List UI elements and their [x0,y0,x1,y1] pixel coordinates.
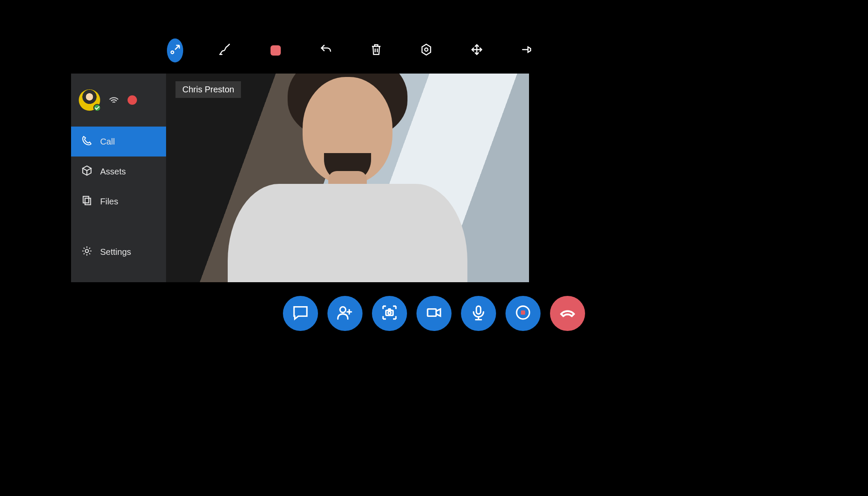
undo-button[interactable] [318,38,334,62]
svg-point-5 [85,249,89,253]
svg-rect-3 [83,196,89,203]
recording-indicator-icon [128,95,137,105]
collapse-button[interactable] [167,38,183,62]
pin-icon [520,43,533,58]
add-participant-button[interactable] [327,296,363,331]
box-icon [81,165,92,178]
svg-point-6 [340,307,345,313]
ink-icon [219,43,232,58]
video-icon [425,304,443,323]
annotation-toolbar [167,38,535,62]
svg-rect-4 [85,198,91,204]
end-call-button[interactable] [550,296,585,331]
remote-participant-figure [228,77,467,282]
snapshot-button[interactable] [372,296,407,331]
call-window: Call Assets [71,74,529,282]
focus-button[interactable] [419,38,435,62]
user-avatar[interactable] [79,89,100,111]
remote-video[interactable]: Chris Preston [166,74,529,282]
mic-icon [470,304,487,323]
signal-icon [108,93,120,107]
sidebar-item-label: Call [100,137,115,147]
sidebar-item-files[interactable]: Files [71,186,166,216]
svg-rect-9 [428,309,436,316]
presence-available-icon [93,104,101,112]
svg-rect-12 [521,310,525,315]
files-icon [81,195,92,208]
move-button[interactable] [469,38,485,62]
undo-icon [319,43,332,58]
chat-button[interactable] [283,296,318,331]
toggle-video-button[interactable] [416,296,452,331]
svg-point-8 [388,312,391,315]
sidebar-item-label: Files [100,197,118,207]
phone-icon [81,135,92,148]
svg-point-0 [171,51,173,53]
sidebar-item-settings[interactable]: Settings [71,237,166,267]
sidebar-nav: Call Assets [71,127,166,267]
svg-marker-1 [422,44,431,55]
sidebar: Call Assets [71,74,166,282]
target-icon [420,43,433,58]
gear-icon [81,245,92,259]
delete-button[interactable] [368,38,384,62]
sidebar-item-label: Assets [100,167,126,177]
record-button[interactable] [505,296,541,331]
sidebar-header [71,74,166,127]
move-arrows-icon [470,43,483,58]
add-person-icon [336,304,354,323]
sidebar-item-assets[interactable]: Assets [71,156,166,186]
svg-point-2 [425,48,428,51]
svg-rect-10 [476,306,481,314]
chat-icon [292,304,309,323]
participant-name: Chris Preston [182,85,234,94]
call-controls [0,296,868,331]
pin-button[interactable] [519,38,535,62]
stop-square-icon [271,45,281,56]
record-icon [514,304,532,323]
sidebar-item-call[interactable]: Call [71,127,166,156]
camera-capture-icon [381,304,398,323]
collapse-icon [169,43,181,58]
toggle-mic-button[interactable] [461,296,496,331]
participant-name-tag: Chris Preston [175,81,241,98]
sidebar-item-label: Settings [100,247,131,257]
stop-annotation-button[interactable] [268,38,284,62]
hangup-icon [559,304,576,323]
trash-icon [370,43,383,58]
ink-button[interactable] [217,38,234,62]
